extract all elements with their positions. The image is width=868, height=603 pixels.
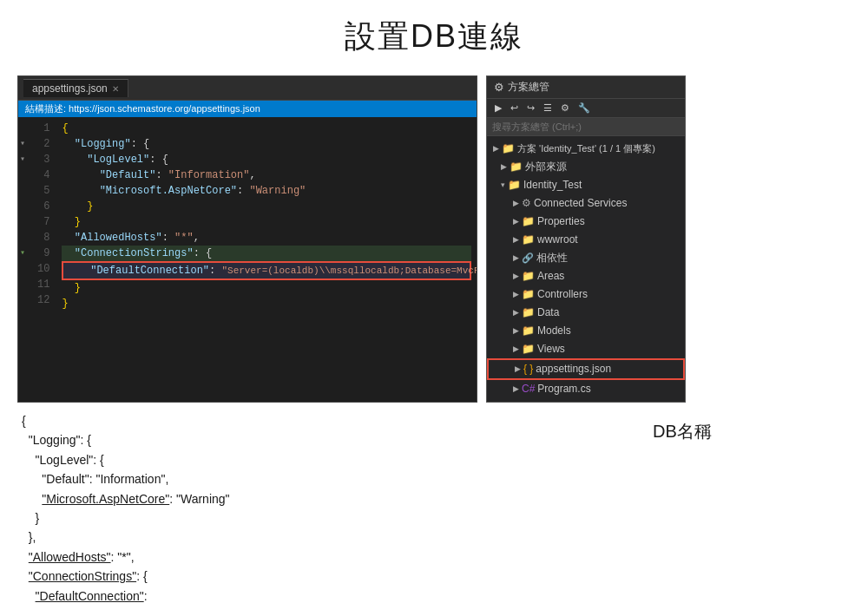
bottom-line-1: { xyxy=(22,411,627,430)
editor-tab[interactable]: appsettings.json ✕ xyxy=(23,79,128,97)
bottom-right: DB名稱 xyxy=(653,411,712,603)
sol-search-bar xyxy=(487,118,685,136)
data-folder-icon: 📁 xyxy=(522,305,535,321)
defaultconn-underline: "DefaultConnection" xyxy=(36,589,144,603)
tree-item-connected-services[interactable]: ▶ ⚙ Connected Services xyxy=(487,194,685,213)
properties-folder-icon: 📁 xyxy=(522,213,535,230)
bottom-line-2: "Logging": { xyxy=(22,430,627,449)
identity-arrow-icon: ▾ xyxy=(501,177,505,193)
bottom-line-10: "DefaultConnection": xyxy=(22,587,627,603)
controllers-label: Controllers xyxy=(537,286,588,303)
wwwroot-folder-icon: 📁 xyxy=(522,232,535,248)
sol-toolbar-btn-5[interactable]: ⚙ xyxy=(558,102,572,115)
identity-folder-icon: 📁 xyxy=(508,177,521,193)
external-label: 外部來源 xyxy=(525,159,567,175)
models-folder-icon: 📁 xyxy=(522,323,535,339)
tree-item-models[interactable]: ▶ 📁 Models xyxy=(487,322,685,340)
deps-icon: 🔗 xyxy=(522,250,534,266)
close-icon[interactable]: ✕ xyxy=(112,84,119,94)
line-numbers: 123456 789101112 xyxy=(30,117,56,315)
appsettings-json-icon: { } xyxy=(523,361,533,377)
bottom-line-3: "LogLevel": { xyxy=(22,450,627,469)
solution-label: 方案 'Identity_Test' (1 / 1 個專案) xyxy=(517,141,655,157)
program-arrow-icon: ▶ xyxy=(513,381,519,397)
tree-item-views[interactable]: ▶ 📁 Views xyxy=(487,340,685,358)
solution-explorer-title: ⚙ 方案總管 xyxy=(487,76,685,99)
connected-arrow-icon: ▶ xyxy=(513,195,519,212)
tree-item-identity-test[interactable]: ▾ 📁 Identity_Test xyxy=(487,176,685,194)
tree-item-appsettings[interactable]: ▶ { } appsettings.json xyxy=(487,358,685,380)
areas-label: Areas xyxy=(537,268,564,285)
json-text-block: { "Logging": { "LogLevel": { "Default": … xyxy=(22,411,627,603)
schema-bar: 結構描述: https://json.schemastore.org/appse… xyxy=(18,101,477,117)
bottom-line-9: "ConnectionStrings": { xyxy=(22,567,627,586)
sol-toolbar-btn-2[interactable]: ↩ xyxy=(508,102,521,115)
identity-test-label: Identity_Test xyxy=(523,177,582,193)
sol-tree: ▶ 📁 方案 'Identity_Test' (1 / 1 個專案) ▶ 📁 外… xyxy=(487,136,685,402)
sol-toolbar-btn-6[interactable]: 🔧 xyxy=(575,102,593,115)
tree-item-data[interactable]: ▶ 📁 Data xyxy=(487,304,685,322)
bottom-line-6: } xyxy=(22,508,627,528)
views-arrow-icon: ▶ xyxy=(513,341,519,357)
deps-label: 相依性 xyxy=(536,250,568,266)
properties-label: Properties xyxy=(537,213,585,230)
solution-folder-icon: 📁 xyxy=(502,141,515,157)
tree-item-wwwroot[interactable]: ▶ 📁 wwwroot xyxy=(487,231,685,249)
tree-item-program[interactable]: ▶ C# Program.cs xyxy=(487,380,685,398)
editor-panel: appsettings.json ✕ 結構描述: https://json.sc… xyxy=(17,75,477,403)
sol-toolbar-btn-4[interactable]: ☰ xyxy=(541,102,555,115)
external-folder-icon: 📁 xyxy=(510,159,523,175)
data-label: Data xyxy=(537,305,559,321)
appsettings-arrow-icon: ▶ xyxy=(515,361,521,377)
sol-toolbar: ▶ ↩ ↪ ☰ ⚙ 🔧 xyxy=(487,99,685,118)
bottom-line-7: }, xyxy=(22,528,627,547)
aspnetcore-underline: "Microsoft.AspNetCore" xyxy=(42,492,169,506)
editor-body: ▾ ▾ ▾ 123456 789101112 { "Lo xyxy=(18,117,477,315)
properties-arrow-icon: ▶ xyxy=(513,213,519,230)
connstrings-underline: "ConnectionStrings" xyxy=(29,569,136,583)
main-area: appsettings.json ✕ 結構描述: https://json.sc… xyxy=(0,67,868,403)
tree-item-areas[interactable]: ▶ 📁 Areas xyxy=(487,267,685,285)
wwwroot-label: wwwroot xyxy=(537,232,578,248)
page-title: 設置DB連線 xyxy=(0,0,868,67)
appsettings-label: appsettings.json xyxy=(536,361,611,377)
models-arrow-icon: ▶ xyxy=(513,323,519,339)
solution-explorer-label: 方案總管 xyxy=(508,80,549,95)
views-folder-icon: 📁 xyxy=(522,341,535,357)
program-cs-icon: C# xyxy=(522,381,535,397)
solution-explorer-panel: ⚙ 方案總管 ▶ ↩ ↪ ☰ ⚙ 🔧 ▶ 📁 方案 'Identity_Test… xyxy=(486,75,686,403)
areas-arrow-icon: ▶ xyxy=(513,268,519,285)
tree-item-deps[interactable]: ▶ 🔗 相依性 xyxy=(487,249,685,267)
code-content: { "Logging": { "LogLevel": { "Default": … xyxy=(56,117,477,315)
deps-arrow-icon: ▶ xyxy=(513,250,519,266)
connected-gear-icon: ⚙ xyxy=(522,195,531,212)
wwwroot-arrow-icon: ▶ xyxy=(513,232,519,248)
areas-folder-icon: 📁 xyxy=(522,268,535,285)
allowedhosts-underline: "AllowedHosts" xyxy=(29,550,111,564)
editor-tab-bar: appsettings.json ✕ xyxy=(18,76,477,101)
gear-icon: ⚙ xyxy=(494,81,504,94)
db-label: DB名稱 xyxy=(653,420,712,443)
bottom-line-8: "AllowedHosts": "*", xyxy=(22,547,627,567)
tree-item-properties[interactable]: ▶ 📁 Properties xyxy=(487,213,685,231)
bottom-line-4: "Default": "Information", xyxy=(22,469,627,488)
external-arrow-icon: ▶ xyxy=(501,159,507,175)
views-label: Views xyxy=(537,341,565,357)
tab-label: appsettings.json xyxy=(32,82,108,95)
arrow-gutter: ▾ ▾ ▾ xyxy=(18,117,30,315)
tree-item-controllers[interactable]: ▶ 📁 Controllers xyxy=(487,285,685,304)
controllers-folder-icon: 📁 xyxy=(522,286,535,303)
solution-arrow-icon: ▶ xyxy=(493,141,499,157)
data-arrow-icon: ▶ xyxy=(513,305,519,321)
solution-search-input[interactable] xyxy=(492,121,680,132)
bottom-area: { "Logging": { "LogLevel": { "Default": … xyxy=(0,403,868,603)
program-label: Program.cs xyxy=(537,381,590,397)
bottom-line-5: "Microsoft.AspNetCore": "Warning" xyxy=(22,489,627,508)
tree-item-solution[interactable]: ▶ 📁 方案 'Identity_Test' (1 / 1 個專案) xyxy=(487,140,685,158)
tree-item-external[interactable]: ▶ 📁 外部來源 xyxy=(487,158,685,176)
connected-services-label: Connected Services xyxy=(534,195,627,212)
models-label: Models xyxy=(537,323,571,339)
controllers-arrow-icon: ▶ xyxy=(513,286,519,303)
sol-toolbar-btn-1[interactable]: ▶ xyxy=(492,102,504,115)
sol-toolbar-btn-3[interactable]: ↪ xyxy=(524,102,537,115)
